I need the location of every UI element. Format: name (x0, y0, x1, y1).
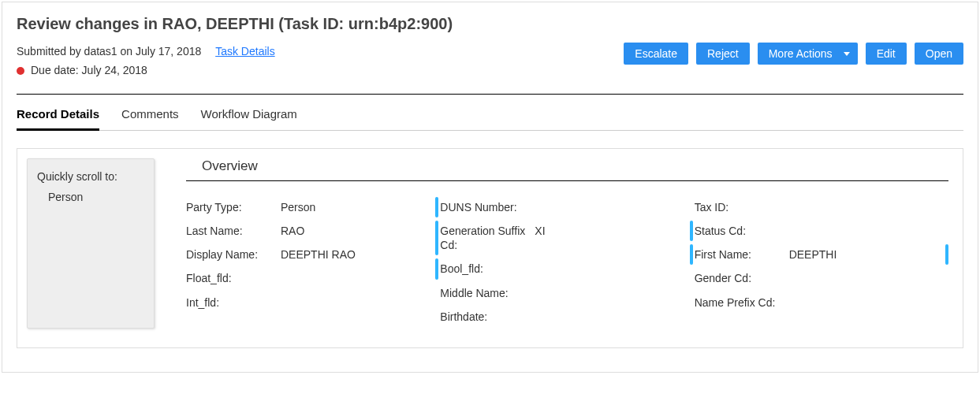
change-marker-icon (435, 221, 438, 255)
field-row: Status Cd: (695, 219, 948, 243)
field-label: Last Name: (186, 224, 281, 238)
field-value: XI (535, 224, 545, 238)
change-marker-icon (690, 221, 693, 241)
field-row: Gender Cd: (695, 266, 948, 290)
field-label: Display Name: (186, 247, 281, 262)
field-label: Generation Suffix Cd: (440, 224, 535, 252)
edit-button[interactable]: Edit (866, 43, 907, 65)
field-row: Last Name:RAO (186, 219, 440, 243)
field-row: Middle Name: (440, 281, 694, 305)
submitted-text: Submitted by datas1 on July 17, 2018 (17, 45, 201, 58)
field-label: Name Prefix Cd: (695, 295, 789, 310)
field-label: Party Type: (186, 200, 281, 214)
due-date-text: Due date: July 24, 2018 (31, 61, 147, 79)
chevron-down-icon (844, 52, 850, 56)
tab-comments[interactable]: Comments (121, 107, 179, 130)
field-label: DUNS Number: (440, 200, 535, 214)
overview-divider (186, 180, 948, 181)
field-label: Bool_fld: (440, 262, 535, 276)
field-label: Middle Name: (440, 286, 535, 300)
tab-bar: Record Details Comments Workflow Diagram (17, 107, 963, 131)
field-row: Float_fld: (186, 266, 440, 290)
field-row: First Name:DEEPTHI (695, 243, 948, 266)
change-marker-icon (945, 244, 948, 265)
field-label: Float_fld: (186, 271, 281, 285)
field-row: Tax ID: (695, 195, 948, 219)
field-row: Birthdate: (440, 305, 694, 329)
field-label: First Name: (695, 247, 789, 262)
field-row: Party Type:Person (186, 195, 440, 219)
overdue-indicator-icon (17, 67, 24, 75)
field-row: Generation Suffix Cd:XI (440, 219, 694, 257)
change-marker-icon (435, 197, 438, 217)
task-details-link[interactable]: Task Details (215, 45, 274, 58)
page-title: Review changes in RAO, DEEPTHI (Task ID:… (17, 15, 963, 33)
field-row: DUNS Number: (440, 195, 694, 219)
header-divider (17, 94, 963, 95)
quicknav-title: Quickly scroll to: (37, 170, 144, 183)
field-label: Birthdate: (440, 310, 535, 324)
fields-col-1: Party Type:PersonLast Name:RAODisplay Na… (186, 195, 440, 329)
more-actions-button[interactable]: More Actions (758, 43, 858, 65)
field-value: Person (281, 200, 315, 214)
overview-heading: Overview (186, 158, 948, 180)
quicknav-panel: Quickly scroll to: Person (27, 158, 155, 329)
field-label: Status Cd: (695, 224, 789, 238)
tab-workflow-diagram[interactable]: Workflow Diagram (201, 107, 297, 130)
change-marker-icon (435, 258, 438, 279)
tab-record-details[interactable]: Record Details (17, 107, 99, 131)
field-row: Display Name:DEEPTHI RAO (186, 243, 440, 266)
change-marker-icon (690, 244, 693, 265)
quicknav-item-person[interactable]: Person (37, 191, 144, 203)
field-row: Bool_fld: (440, 257, 694, 280)
field-row: Name Prefix Cd: (695, 291, 948, 314)
field-row: Int_fld: (186, 291, 440, 314)
more-actions-label: More Actions (769, 47, 833, 60)
open-button[interactable]: Open (915, 43, 963, 65)
field-label: Gender Cd: (695, 271, 789, 285)
field-value: DEEPTHI RAO (281, 247, 356, 262)
reject-button[interactable]: Reject (696, 43, 750, 65)
field-value: DEEPTHI (789, 247, 837, 262)
field-value: RAO (281, 224, 304, 238)
fields-col-2: DUNS Number:Generation Suffix Cd:XIBool_… (440, 195, 694, 329)
field-label: Tax ID: (695, 200, 789, 214)
escalate-button[interactable]: Escalate (624, 43, 688, 65)
fields-col-3: Tax ID:Status Cd:First Name:DEEPTHIGende… (695, 195, 948, 329)
field-label: Int_fld: (186, 295, 281, 310)
